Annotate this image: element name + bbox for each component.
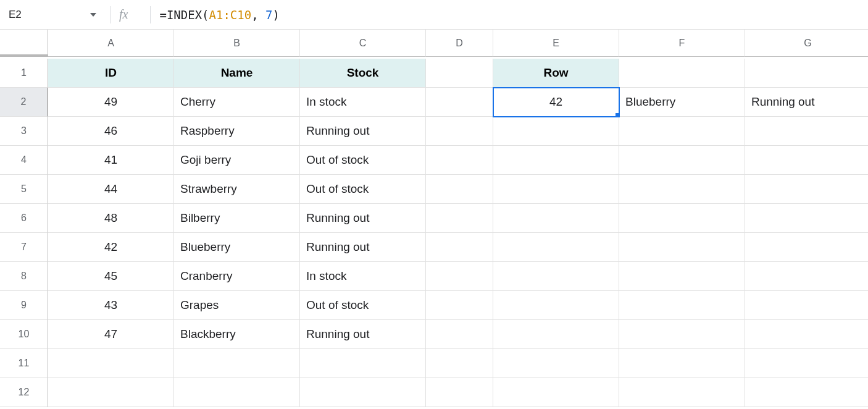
cell-G8[interactable] (745, 262, 868, 291)
cell-C4[interactable]: Out of stock (300, 146, 426, 175)
cell-E3[interactable] (493, 117, 619, 146)
cell-D10[interactable] (426, 320, 493, 349)
cell-C1[interactable]: Stock (300, 59, 426, 88)
cell-E4[interactable] (493, 146, 619, 175)
cell-G9[interactable] (745, 291, 868, 320)
cell-A6[interactable]: 48 (48, 204, 174, 233)
col-header-D[interactable]: D (426, 30, 493, 57)
name-box-dropdown-icon[interactable] (90, 13, 96, 17)
row-header-2[interactable]: 2 (0, 88, 48, 117)
cell-B3[interactable]: Raspberry (174, 117, 300, 146)
cell-F3[interactable] (619, 117, 745, 146)
spreadsheet-grid[interactable]: A B C D E F G 1 ID Name Stock Row 2 49 C… (0, 30, 868, 407)
cell-A5[interactable]: 44 (48, 175, 174, 204)
cell-F10[interactable] (619, 320, 745, 349)
cell-A10[interactable]: 47 (48, 320, 174, 349)
row-header-7[interactable]: 7 (0, 233, 48, 262)
cell-G11[interactable] (745, 349, 868, 378)
cell-A4[interactable]: 41 (48, 146, 174, 175)
cell-E7[interactable] (493, 233, 619, 262)
cell-G12[interactable] (745, 378, 868, 407)
cell-D8[interactable] (426, 262, 493, 291)
row-header-10[interactable]: 10 (0, 320, 48, 349)
cell-G7[interactable] (745, 233, 868, 262)
cell-B10[interactable]: Blackberry (174, 320, 300, 349)
cell-B7[interactable]: Blueberry (174, 233, 300, 262)
cell-A1[interactable]: ID (48, 59, 174, 88)
cell-C8[interactable]: In stock (300, 262, 426, 291)
cell-F12[interactable] (619, 378, 745, 407)
cell-G1[interactable] (745, 59, 868, 88)
row-header-12[interactable]: 12 (0, 378, 48, 407)
cell-D5[interactable] (426, 175, 493, 204)
cell-F9[interactable] (619, 291, 745, 320)
cell-F7[interactable] (619, 233, 745, 262)
cell-D11[interactable] (426, 349, 493, 378)
cell-C11[interactable] (300, 349, 426, 378)
cell-E5[interactable] (493, 175, 619, 204)
cell-A9[interactable]: 43 (48, 291, 174, 320)
cell-G4[interactable] (745, 146, 868, 175)
cell-F1[interactable] (619, 59, 745, 88)
cell-G5[interactable] (745, 175, 868, 204)
cell-B1[interactable]: Name (174, 59, 300, 88)
cell-C6[interactable]: Running out (300, 204, 426, 233)
cell-D2[interactable] (426, 88, 493, 117)
cell-G2[interactable]: Running out (745, 88, 868, 117)
col-header-E[interactable]: E (493, 30, 619, 57)
cell-C9[interactable]: Out of stock (300, 291, 426, 320)
cell-D12[interactable] (426, 378, 493, 407)
cell-E9[interactable] (493, 291, 619, 320)
cell-F4[interactable] (619, 146, 745, 175)
row-header-9[interactable]: 9 (0, 291, 48, 320)
cell-E1[interactable]: Row (493, 59, 619, 88)
cell-F5[interactable] (619, 175, 745, 204)
cell-A12[interactable] (48, 378, 174, 407)
row-header-11[interactable]: 11 (0, 349, 48, 378)
cell-A8[interactable]: 45 (48, 262, 174, 291)
cell-D1[interactable] (426, 59, 493, 88)
cell-G10[interactable] (745, 320, 868, 349)
cell-E6[interactable] (493, 204, 619, 233)
col-header-F[interactable]: F (619, 30, 745, 57)
row-header-6[interactable]: 6 (0, 204, 48, 233)
cell-D9[interactable] (426, 291, 493, 320)
cell-B6[interactable]: Bilberry (174, 204, 300, 233)
cell-B11[interactable] (174, 349, 300, 378)
cell-A7[interactable]: 42 (48, 233, 174, 262)
row-header-4[interactable]: 4 (0, 146, 48, 175)
col-header-B[interactable]: B (174, 30, 300, 57)
row-header-1[interactable]: 1 (0, 59, 48, 88)
cell-F6[interactable] (619, 204, 745, 233)
cell-D4[interactable] (426, 146, 493, 175)
cell-D6[interactable] (426, 204, 493, 233)
select-all-corner[interactable] (0, 30, 48, 57)
cell-F2[interactable]: Blueberry (619, 88, 745, 117)
cell-B9[interactable]: Grapes (174, 291, 300, 320)
cell-A11[interactable] (48, 349, 174, 378)
cell-E11[interactable] (493, 349, 619, 378)
row-header-5[interactable]: 5 (0, 175, 48, 204)
cell-A3[interactable]: 46 (48, 117, 174, 146)
cell-B4[interactable]: Goji berry (174, 146, 300, 175)
cell-C10[interactable]: Running out (300, 320, 426, 349)
formula-input[interactable]: =INDEX(A1:C10, 7) (159, 4, 866, 26)
cell-E2[interactable]: 42 (493, 88, 619, 117)
col-header-A[interactable]: A (48, 30, 174, 57)
row-header-3[interactable]: 3 (0, 117, 48, 146)
cell-C3[interactable]: Running out (300, 117, 426, 146)
cell-D3[interactable] (426, 117, 493, 146)
cell-E12[interactable] (493, 378, 619, 407)
cell-B2[interactable]: Cherry (174, 88, 300, 117)
cell-G6[interactable] (745, 204, 868, 233)
cell-G3[interactable] (745, 117, 868, 146)
cell-C7[interactable]: Running out (300, 233, 426, 262)
cell-F8[interactable] (619, 262, 745, 291)
col-header-C[interactable]: C (300, 30, 426, 57)
cell-C2[interactable]: In stock (300, 88, 426, 117)
cell-B12[interactable] (174, 378, 300, 407)
cell-D7[interactable] (426, 233, 493, 262)
cell-B8[interactable]: Cranberry (174, 262, 300, 291)
cell-C5[interactable]: Out of stock (300, 175, 426, 204)
cell-E8[interactable] (493, 262, 619, 291)
